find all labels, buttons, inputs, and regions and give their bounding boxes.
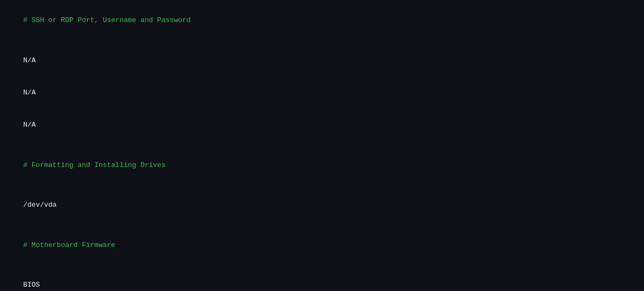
- na-line-3: N/A: [6, 109, 638, 141]
- na-line-2: N/A: [6, 77, 638, 109]
- format-header: # Formatting and Installing Drives: [6, 149, 638, 181]
- blank-line: [6, 222, 638, 229]
- terminal-output: # SSH or RDP Port, Username and Password…: [6, 4, 638, 291]
- blank-line: [6, 37, 638, 44]
- ssh-header: # SSH or RDP Port, Username and Password: [6, 4, 638, 37]
- blank-line: [6, 142, 638, 149]
- na-line-1: N/A: [6, 44, 638, 76]
- blank-line: [6, 261, 638, 269]
- blank-line: [6, 181, 638, 189]
- devvda-line: /dev/vda: [6, 189, 638, 221]
- bios-line: BIOS: [6, 269, 638, 291]
- mb-header: # Motherboard Firmware: [6, 229, 638, 261]
